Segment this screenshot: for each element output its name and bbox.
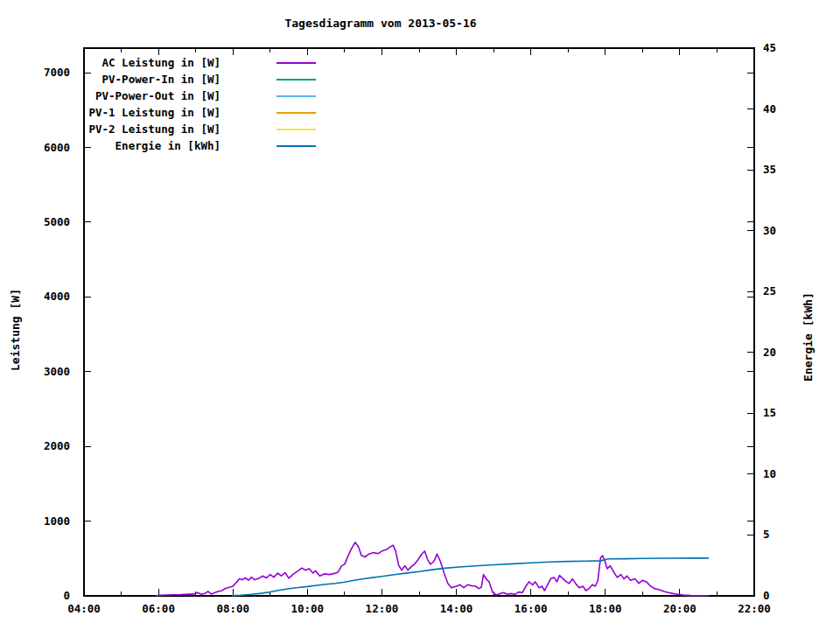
y-right-tick-label: 35 xyxy=(763,163,776,176)
x-tick-label: 04:00 xyxy=(67,602,101,615)
y-left-tick-label: 2000 xyxy=(44,439,70,452)
y-left-tick-label: 0 xyxy=(63,589,70,602)
legend-label: PV-1 Leistung in [W] xyxy=(52,106,220,119)
legend-item-pv-1-leistung: PV-1 Leistung in [W] xyxy=(52,104,316,121)
y-right-tick-label: 45 xyxy=(763,41,776,54)
legend-color-sample xyxy=(276,79,316,80)
legend-label: PV-2 Leistung in [W] xyxy=(52,122,220,136)
series-line-energie xyxy=(232,558,709,596)
x-tick-label: 18:00 xyxy=(589,602,622,615)
legend-item-pv-power-out: PV-Power-Out in [W] xyxy=(52,88,316,104)
x-tick-label: 14:00 xyxy=(440,602,473,615)
x-tick-label: 12:00 xyxy=(366,602,399,615)
legend-label: Energie in [kWh] xyxy=(52,139,220,152)
legend-item-pv-2-leistung: PV-2 Leistung in [W] xyxy=(52,121,316,137)
y-left-tick-label: 5000 xyxy=(44,215,70,228)
legend-color-sample xyxy=(276,62,316,64)
y-right-tick-label: 25 xyxy=(763,284,776,298)
chart-area: Tagesdiagramm vom 2013-05-16 Leistung [W… xyxy=(0,0,840,630)
x-tick-label: 16:00 xyxy=(514,602,548,615)
legend-color-sample xyxy=(276,95,316,97)
legend-label: PV-Power-Out in [W] xyxy=(52,89,220,102)
legend-item-ac-leistung: AC Leistung in [W] xyxy=(52,54,316,71)
legend-label: PV-Power-In in [W] xyxy=(52,73,220,86)
legend: AC Leistung in [W]PV-Power-In in [W]PV-P… xyxy=(52,54,316,154)
y-left-tick-label: 1000 xyxy=(44,514,70,528)
x-tick-label: 06:00 xyxy=(142,602,175,615)
y-right-tick-label: 0 xyxy=(763,589,770,602)
legend-item-energie: Energie in [kWh] xyxy=(52,137,316,154)
legend-color-sample xyxy=(276,112,316,114)
y-right-tick-label: 20 xyxy=(763,346,776,359)
y-right-tick-label: 30 xyxy=(763,224,776,237)
y-left-tick-label: 4000 xyxy=(44,290,70,303)
x-tick-label: 20:00 xyxy=(663,602,696,615)
x-tick-label: 08:00 xyxy=(216,602,249,615)
legend-item-pv-power-in: PV-Power-In in [W] xyxy=(52,71,316,88)
y-left-tick-label: 3000 xyxy=(44,365,70,378)
y-right-tick-label: 40 xyxy=(763,102,776,116)
x-tick-label: 10:00 xyxy=(291,602,325,615)
legend-color-sample xyxy=(276,145,316,147)
y-right-tick-label: 15 xyxy=(763,406,776,419)
legend-label: AC Leistung in [W] xyxy=(52,56,220,69)
y-right-tick-label: 5 xyxy=(763,528,770,541)
legend-color-sample xyxy=(276,129,316,130)
y-right-tick-label: 10 xyxy=(763,467,776,480)
x-tick-label: 22:00 xyxy=(738,602,771,615)
